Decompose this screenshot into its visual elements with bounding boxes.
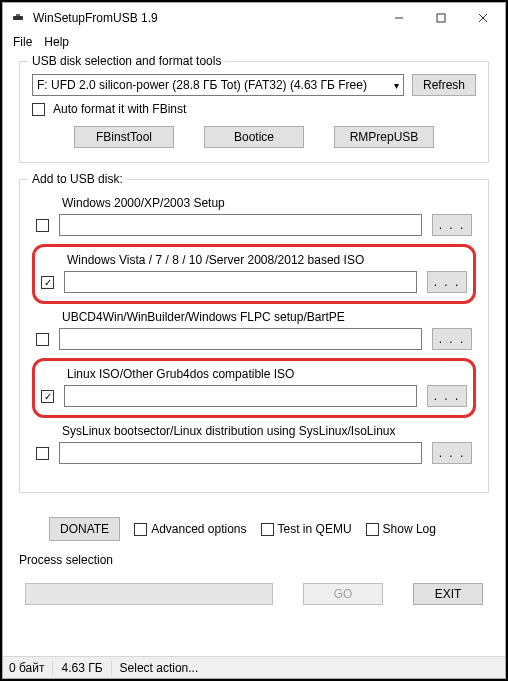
usb-selection-group: USB disk selection and format tools F: U… xyxy=(19,61,489,163)
entry-path-input[interactable] xyxy=(59,214,422,236)
add-entry-1: Windows Vista / 7 / 8 / 10 /Server 2008/… xyxy=(32,244,476,304)
close-button[interactable] xyxy=(473,8,493,28)
entry-label: SysLinux bootsector/Linux distribution u… xyxy=(62,424,472,438)
autoformat-label: Auto format it with FBinst xyxy=(53,102,186,116)
refresh-button[interactable]: Refresh xyxy=(412,74,476,96)
chevron-down-icon: ▾ xyxy=(394,80,399,91)
browse-button[interactable]: . . . xyxy=(432,442,472,464)
usb-group-title: USB disk selection and format tools xyxy=(28,54,225,68)
add-entry-0: Windows 2000/XP/2003 Setup. . . xyxy=(32,192,476,242)
go-button[interactable]: GO xyxy=(303,583,383,605)
advanced-options-label: Advanced options xyxy=(151,522,246,536)
svg-rect-0 xyxy=(13,16,23,20)
add-entry-2: UBCD4Win/WinBuilder/Windows FLPC setup/B… xyxy=(32,306,476,356)
browse-button[interactable]: . . . xyxy=(427,271,467,293)
entry-label: Linux ISO/Other Grub4dos compatible ISO xyxy=(67,367,467,381)
entry-path-input[interactable] xyxy=(64,385,417,407)
status-action: Select action... xyxy=(120,661,199,675)
status-size: 4.63 ГБ xyxy=(61,661,111,675)
autoformat-checkbox[interactable] xyxy=(32,103,45,116)
status-bytes: 0 байт xyxy=(9,661,53,675)
test-qemu-checkbox[interactable] xyxy=(261,523,274,536)
add-to-usb-group: Add to USB disk: Windows 2000/XP/2003 Se… xyxy=(19,179,489,493)
show-log-checkbox[interactable] xyxy=(366,523,379,536)
status-bar: 0 байт 4.63 ГБ Select action... xyxy=(3,656,505,678)
fbinsttool-button[interactable]: FBinstTool xyxy=(74,126,174,148)
process-selection-label: Process selection xyxy=(19,553,489,567)
entry-label: Windows Vista / 7 / 8 / 10 /Server 2008/… xyxy=(67,253,467,267)
entry-checkbox[interactable]: ✓ xyxy=(41,276,54,289)
app-icon xyxy=(11,10,27,26)
advanced-options-checkbox[interactable] xyxy=(134,523,147,536)
entry-path-input[interactable] xyxy=(59,442,422,464)
add-entry-4: SysLinux bootsector/Linux distribution u… xyxy=(32,420,476,470)
window-title: WinSetupFromUSB 1.9 xyxy=(33,11,389,25)
usb-disk-select[interactable]: F: UFD 2.0 silicon-power (28.8 ГБ Tot) (… xyxy=(32,74,404,96)
add-group-title: Add to USB disk: xyxy=(28,172,127,186)
show-log-label: Show Log xyxy=(383,522,436,536)
test-qemu-label: Test in QEMU xyxy=(278,522,352,536)
browse-button[interactable]: . . . xyxy=(432,214,472,236)
bootice-button[interactable]: Bootice xyxy=(204,126,304,148)
donate-button[interactable]: DONATE xyxy=(49,517,120,541)
add-entry-3: Linux ISO/Other Grub4dos compatible ISO✓… xyxy=(32,358,476,418)
entry-path-input[interactable] xyxy=(59,328,422,350)
exit-button[interactable]: EXIT xyxy=(413,583,483,605)
entry-checkbox[interactable] xyxy=(36,447,49,460)
svg-rect-3 xyxy=(437,14,445,22)
maximize-button[interactable] xyxy=(431,8,451,28)
entry-checkbox[interactable] xyxy=(36,219,49,232)
svg-rect-1 xyxy=(16,14,20,16)
entry-label: UBCD4Win/WinBuilder/Windows FLPC setup/B… xyxy=(62,310,472,324)
progress-bar xyxy=(25,583,273,605)
minimize-button[interactable] xyxy=(389,8,409,28)
entry-label: Windows 2000/XP/2003 Setup xyxy=(62,196,472,210)
browse-button[interactable]: . . . xyxy=(432,328,472,350)
entry-checkbox[interactable]: ✓ xyxy=(41,390,54,403)
entry-path-input[interactable] xyxy=(64,271,417,293)
usb-disk-selected: F: UFD 2.0 silicon-power (28.8 ГБ Tot) (… xyxy=(37,78,367,92)
browse-button[interactable]: . . . xyxy=(427,385,467,407)
menu-help[interactable]: Help xyxy=(44,35,69,49)
entry-checkbox[interactable] xyxy=(36,333,49,346)
menu-file[interactable]: File xyxy=(13,35,32,49)
rmprepusb-button[interactable]: RMPrepUSB xyxy=(334,126,434,148)
